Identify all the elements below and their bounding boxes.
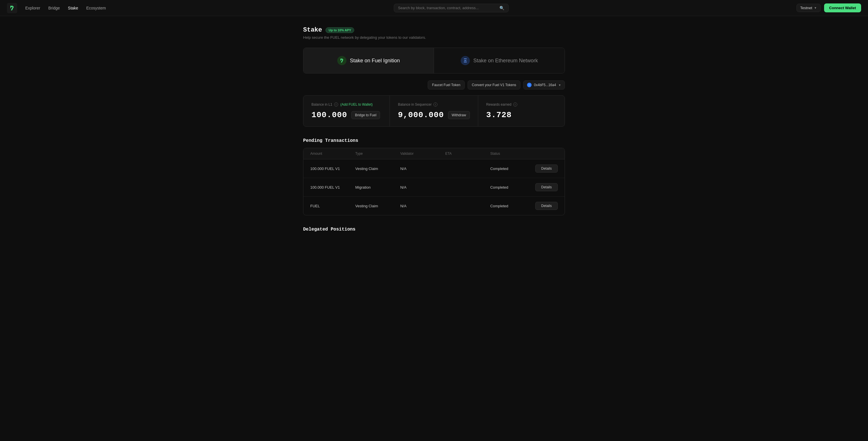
page-title: Stake (303, 26, 322, 34)
nav-stake[interactable]: Stake (68, 6, 79, 10)
fuel-ignition-icon (337, 56, 346, 65)
navbar: Explorer Bridge Stake Ecosystem 🔍 Testne… (0, 0, 868, 16)
row3-type: Vesting Claim (355, 204, 400, 208)
row1-type: Vesting Claim (355, 167, 400, 171)
add-fuel-to-wallet-link[interactable]: (Add FUEL to Wallet) (340, 102, 373, 107)
row2-amount: 100.000 FUEL V1 (310, 185, 355, 189)
search-icon: 🔍 (499, 6, 504, 10)
tab-ethereum-network[interactable]: Ξ Stake on Ethereum Network (434, 48, 565, 73)
balance-cards: Balance in L1 i (Add FUEL to Wallet) 100… (303, 95, 565, 127)
tab-fuel-ignition[interactable]: Stake on Fuel Ignition (303, 48, 434, 73)
col-actions (535, 152, 558, 156)
faucet-fuel-token-button[interactable]: Faucet Fuel Token (428, 80, 465, 90)
stake-tabs: Stake on Fuel Ignition Ξ Stake on Ethere… (303, 48, 565, 74)
row3-status: Completed (490, 204, 535, 208)
page-subtitle: Help secure the FUEL network by delegati… (303, 35, 565, 40)
wallet-address-pill[interactable]: 0x4bF5...16a4 ▼ (523, 80, 565, 90)
balance-l1-label: Balance in L1 i (Add FUEL to Wallet) (311, 102, 381, 107)
bridge-to-fuel-button[interactable]: Bridge to Fuel (351, 111, 380, 119)
logo[interactable] (7, 3, 17, 13)
pending-transactions-table: Amount Type Validator ETA Status 100.000… (303, 148, 565, 215)
col-type: Type (355, 152, 400, 156)
row2-details-button[interactable]: Details (535, 183, 558, 191)
page-title-row: Stake Up to 10% APY (303, 26, 565, 34)
col-status: Status (490, 152, 535, 156)
col-validator: Validator (400, 152, 445, 156)
search-input[interactable] (398, 6, 497, 10)
nav-ecosystem[interactable]: Ecosystem (86, 6, 105, 10)
connect-wallet-button[interactable]: Connect Wallet (824, 3, 861, 12)
ethereum-icon: Ξ (461, 56, 470, 65)
table-row: 100.000 FUEL V1 Migration N/A Completed … (303, 178, 565, 197)
balance-l1-info-icon[interactable]: i (334, 102, 338, 107)
balance-rewards-value-row: 3.728 (486, 111, 557, 119)
action-bar: Faucet Fuel Token Convert your Fuel V1 T… (303, 80, 565, 90)
balance-sequencer-value-row: 9,000.000 Withdraw (398, 111, 470, 119)
col-eta: ETA (445, 152, 490, 156)
row2-status: Completed (490, 185, 535, 189)
row3-validator: N/A (400, 204, 445, 208)
row2-type: Migration (355, 185, 400, 189)
chevron-down-icon: ▼ (558, 84, 561, 87)
col-amount: Amount (310, 152, 355, 156)
row1-validator: N/A (400, 167, 445, 171)
pending-transactions-title: Pending Transactions (303, 138, 565, 143)
tab-ethereum-network-label: Stake on Ethereum Network (473, 58, 538, 64)
page-header: Stake Up to 10% APY Help secure the FUEL… (303, 26, 565, 40)
balance-l1-value: 100.000 (311, 111, 347, 119)
nav-bridge[interactable]: Bridge (48, 6, 60, 10)
wallet-dot-icon (527, 83, 532, 87)
tab-fuel-ignition-label: Stake on Fuel Ignition (350, 58, 400, 64)
row1-status: Completed (490, 167, 535, 171)
delegated-positions-section: Delegated Positions (303, 227, 565, 232)
testnet-button[interactable]: Testnet ▼ (797, 4, 820, 12)
row1-amount: 100.000 FUEL V1 (310, 167, 355, 171)
nav-right: Testnet ▼ Connect Wallet (797, 3, 861, 12)
balance-sequencer-label: Balance in Sequencer i (398, 102, 470, 107)
row2-validator: N/A (400, 185, 445, 189)
delegated-positions-title: Delegated Positions (303, 227, 565, 232)
nav-explorer[interactable]: Explorer (25, 6, 40, 10)
convert-fuel-tokens-button[interactable]: Convert your Fuel V1 Tokens (468, 80, 521, 90)
row1-details-button[interactable]: Details (535, 165, 558, 173)
withdraw-button[interactable]: Withdraw (448, 111, 470, 119)
balance-rewards-info-icon[interactable]: i (513, 102, 517, 107)
table-row: FUEL Vesting Claim N/A Completed Details (303, 197, 565, 215)
wallet-address-label: 0x4bF5...16a4 (534, 83, 556, 87)
pending-transactions-section: Pending Transactions Amount Type Validat… (303, 138, 565, 215)
testnet-label: Testnet (800, 6, 812, 10)
chevron-down-icon: ▼ (814, 6, 817, 9)
table-header: Amount Type Validator ETA Status (303, 148, 565, 159)
balance-sequencer-info-icon[interactable]: i (433, 102, 437, 107)
main-content: Stake Up to 10% APY Help secure the FUEL… (296, 16, 572, 247)
search-bar[interactable]: 🔍 (394, 4, 508, 12)
balance-card-l1: Balance in L1 i (Add FUEL to Wallet) 100… (303, 96, 390, 126)
nav-left: Explorer Bridge Stake Ecosystem (7, 3, 106, 13)
row3-details-button[interactable]: Details (535, 202, 558, 210)
balance-sequencer-value: 9,000.000 (398, 111, 444, 119)
balance-l1-value-row: 100.000 Bridge to Fuel (311, 111, 381, 119)
balance-rewards-label: Rewards earned i (486, 102, 557, 107)
row3-amount: FUEL (310, 204, 355, 208)
apy-badge: Up to 10% APY (326, 27, 354, 33)
balance-rewards-value: 3.728 (486, 111, 512, 119)
balance-card-sequencer: Balance in Sequencer i 9,000.000 Withdra… (390, 96, 478, 126)
balance-card-rewards: Rewards earned i 3.728 (478, 96, 565, 126)
table-row: 100.000 FUEL V1 Vesting Claim N/A Comple… (303, 159, 565, 178)
